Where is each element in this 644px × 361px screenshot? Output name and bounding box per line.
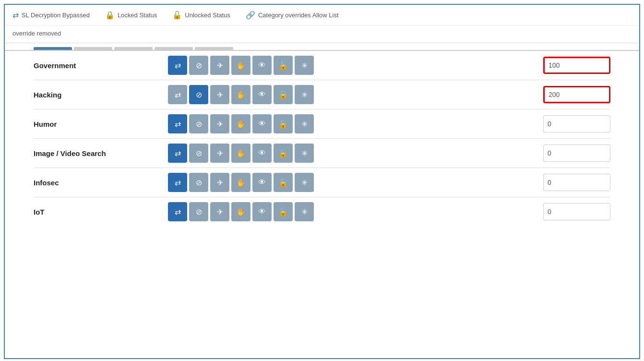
asterisk-button-4[interactable]: ✳ <box>295 173 314 192</box>
table-row: IoT⇄⊘✈✋👁🔓✳ <box>34 197 610 226</box>
transfer-legend-icon: ⇄ <box>12 11 19 20</box>
action-buttons-4: ⇄⊘✈✋👁🔓✳ <box>168 173 536 192</box>
unlock-button-0[interactable]: 🔓 <box>274 56 293 75</box>
table-row: Infosec⇄⊘✈✋👁🔓✳ <box>34 168 610 197</box>
category-name-4: Infosec <box>34 179 168 187</box>
tab-inactive-3[interactable] <box>155 47 193 50</box>
locked-label: Locked Status <box>118 12 157 19</box>
block-button-5[interactable]: ⊘ <box>189 202 208 221</box>
transfer-button-5[interactable]: ⇄ <box>168 202 187 221</box>
unlocked-legend-icon: 🔓 <box>172 11 182 20</box>
eye-button-1[interactable]: 👁 <box>252 85 272 104</box>
unlock-button-3[interactable]: 🔓 <box>274 144 293 163</box>
tab-inactive-1[interactable] <box>74 47 112 50</box>
ssl-bypass-label: SL Decryption Bypassed <box>22 12 90 19</box>
table-row: Humor⇄⊘✈✋👁🔓✳ <box>34 109 610 139</box>
airplane-button-0[interactable]: ✈ <box>210 56 229 75</box>
airplane-button-1[interactable]: ✈ <box>210 85 229 104</box>
category-name-2: Humor <box>34 120 168 128</box>
transfer-button-3[interactable]: ⇄ <box>168 144 187 163</box>
override-text-value: override removed <box>12 30 61 37</box>
hand-button-3[interactable]: ✋ <box>231 144 250 163</box>
airplane-button-4[interactable]: ✈ <box>210 173 229 192</box>
action-buttons-0: ⇄⊘✈✋👁🔓✳ <box>168 56 536 75</box>
hand-button-1[interactable]: ✋ <box>231 85 250 104</box>
legend-category-override: 🔗 Category overrides Allow List <box>246 11 339 20</box>
airplane-button-3[interactable]: ✈ <box>210 144 229 163</box>
tab-inactive-4[interactable] <box>195 47 233 50</box>
unlocked-label: Unlocked Status <box>185 12 230 19</box>
locked-legend-icon: 🔒 <box>105 11 115 20</box>
override-text: override removed <box>5 26 639 43</box>
block-button-4[interactable]: ⊘ <box>189 173 208 192</box>
transfer-button-0[interactable]: ⇄ <box>168 56 187 75</box>
transfer-button-4[interactable]: ⇄ <box>168 173 187 192</box>
unlock-button-2[interactable]: 🔓 <box>274 114 293 133</box>
table-row: Image / Video Search⇄⊘✈✋👁🔓✳ <box>34 139 610 168</box>
category-override-legend-icon: 🔗 <box>246 11 255 20</box>
action-buttons-1: ⇄⊘✈✋👁🔓✳ <box>168 85 536 104</box>
category-name-3: Image / Video Search <box>34 149 168 157</box>
action-buttons-5: ⇄⊘✈✋👁🔓✳ <box>168 202 536 221</box>
transfer-button-2[interactable]: ⇄ <box>168 114 187 133</box>
unlock-button-5[interactable]: 🔓 <box>274 202 293 221</box>
asterisk-button-0[interactable]: ✳ <box>295 56 314 75</box>
category-name-0: Government <box>34 61 168 70</box>
category-table: Government⇄⊘✈✋👁🔓✳Hacking⇄⊘✈✋👁🔓✳Humor⇄⊘✈✋… <box>5 51 639 226</box>
category-override-label: Category overrides Allow List <box>258 12 339 19</box>
hand-button-0[interactable]: ✋ <box>231 56 250 75</box>
value-input-2[interactable] <box>543 115 610 132</box>
eye-button-3[interactable]: 👁 <box>252 144 272 163</box>
value-input-1[interactable] <box>543 86 610 103</box>
category-name-5: IoT <box>34 208 168 216</box>
eye-button-5[interactable]: 👁 <box>252 202 272 221</box>
table-row: Government⇄⊘✈✋👁🔓✳ <box>34 51 610 80</box>
hand-button-4[interactable]: ✋ <box>231 173 250 192</box>
value-input-0[interactable] <box>543 57 610 74</box>
asterisk-button-2[interactable]: ✳ <box>295 114 314 133</box>
legend-bar: ⇄ SL Decryption Bypassed 🔒 Locked Status… <box>5 5 639 26</box>
legend-ssl-bypass: ⇄ SL Decryption Bypassed <box>12 11 90 20</box>
hand-button-5[interactable]: ✋ <box>231 202 250 221</box>
tab-inactive-2[interactable] <box>114 47 153 50</box>
unlock-button-4[interactable]: 🔓 <box>274 173 293 192</box>
block-button-0[interactable]: ⊘ <box>189 56 208 75</box>
eye-button-4[interactable]: 👁 <box>252 173 272 192</box>
value-input-5[interactable] <box>543 203 610 220</box>
eye-button-0[interactable]: 👁 <box>252 56 272 75</box>
asterisk-button-5[interactable]: ✳ <box>295 202 314 221</box>
asterisk-button-3[interactable]: ✳ <box>295 144 314 163</box>
unlock-button-1[interactable]: 🔓 <box>274 85 293 104</box>
block-button-1[interactable]: ⊘ <box>189 85 208 104</box>
asterisk-button-1[interactable]: ✳ <box>295 85 314 104</box>
legend-unlocked: 🔓 Unlocked Status <box>172 11 230 20</box>
action-buttons-2: ⇄⊘✈✋👁🔓✳ <box>168 114 536 133</box>
main-container: ⇄ SL Decryption Bypassed 🔒 Locked Status… <box>4 4 640 359</box>
block-button-3[interactable]: ⊘ <box>189 144 208 163</box>
eye-button-2[interactable]: 👁 <box>252 114 272 133</box>
block-button-2[interactable]: ⊘ <box>189 114 208 133</box>
tab-active[interactable] <box>34 47 72 50</box>
hand-button-2[interactable]: ✋ <box>231 114 250 133</box>
transfer-button-1[interactable]: ⇄ <box>168 85 187 104</box>
airplane-button-5[interactable]: ✈ <box>210 202 229 221</box>
tabs-area <box>5 43 639 51</box>
action-buttons-3: ⇄⊘✈✋👁🔓✳ <box>168 144 536 163</box>
airplane-button-2[interactable]: ✈ <box>210 114 229 133</box>
value-input-4[interactable] <box>543 174 610 191</box>
table-row: Hacking⇄⊘✈✋👁🔓✳ <box>34 80 610 109</box>
category-name-1: Hacking <box>34 91 168 99</box>
legend-locked: 🔒 Locked Status <box>105 11 157 20</box>
value-input-3[interactable] <box>543 144 610 162</box>
